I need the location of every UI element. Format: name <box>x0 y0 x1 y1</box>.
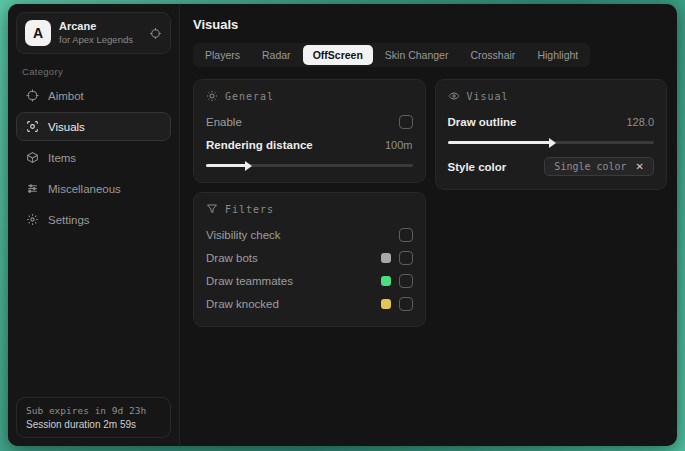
draw-teammates-checkbox[interactable] <box>399 274 413 288</box>
style-color-select[interactable]: Single color ✕ <box>544 157 654 176</box>
package-icon <box>26 151 39 164</box>
sidebar-item-label: Settings <box>48 214 90 226</box>
slider-thumb[interactable] <box>549 138 556 148</box>
sub-expiry-text: Sub expires in 9d 23h <box>26 405 161 416</box>
clear-icon[interactable]: ✕ <box>636 162 644 172</box>
sidebar-item-label: Items <box>48 152 76 164</box>
draw-knocked-checkbox[interactable] <box>399 297 413 311</box>
visibility-check-checkbox[interactable] <box>399 228 413 242</box>
app-subtitle: for Apex Legends <box>59 34 141 46</box>
sidebar-item-aimbot[interactable]: Aimbot <box>16 81 171 110</box>
sidebar-item-visuals[interactable]: Visuals <box>16 112 171 141</box>
sidebar: A Arcane for Apex Legends Category Aimbo… <box>8 4 180 446</box>
eye-icon <box>448 90 460 102</box>
app-logo: A <box>25 20 51 46</box>
sidebar-nav: Aimbot Visuals Items <box>16 81 171 234</box>
main-content: Visuals Players Radar OffScreen Skin Cha… <box>180 4 677 446</box>
general-panel: General Enable Rendering distance 100m <box>193 79 426 183</box>
sidebar-item-label: Aimbot <box>48 90 84 102</box>
visual-panel: Visual Draw outline 128.0 Style color <box>435 79 668 190</box>
sliders-icon <box>26 182 39 195</box>
rendering-distance-label: Rendering distance <box>206 139 313 151</box>
draw-knocked-color-swatch[interactable] <box>381 299 391 309</box>
draw-teammates-color-swatch[interactable] <box>381 276 391 286</box>
funnel-icon <box>206 203 218 215</box>
app-header-card: A Arcane for Apex Legends <box>16 12 171 54</box>
rendering-distance-value: 100m <box>385 139 413 151</box>
rendering-distance-slider[interactable] <box>206 160 413 170</box>
panel-title: General <box>225 91 274 102</box>
slider-thumb[interactable] <box>245 161 252 171</box>
draw-teammates-label: Draw teammates <box>206 275 293 287</box>
category-label: Category <box>22 66 165 77</box>
enable-checkbox[interactable] <box>399 115 413 129</box>
sidebar-item-label: Miscellaneous <box>48 183 121 195</box>
panel-title: Filters <box>225 204 274 215</box>
sidebar-item-items[interactable]: Items <box>16 143 171 172</box>
draw-bots-checkbox[interactable] <box>399 251 413 265</box>
subscription-info-card: Sub expires in 9d 23h Session duration 2… <box>16 397 171 438</box>
draw-outline-value: 128.0 <box>626 116 654 128</box>
style-color-label: Style color <box>448 161 507 173</box>
draw-bots-color-swatch[interactable] <box>381 253 391 263</box>
scan-eye-icon <box>26 120 39 133</box>
gear-icon <box>26 213 39 226</box>
tab-skin-changer[interactable]: Skin Changer <box>375 45 459 65</box>
sidebar-item-miscellaneous[interactable]: Miscellaneous <box>16 174 171 203</box>
draw-knocked-label: Draw knocked <box>206 298 279 310</box>
tab-radar[interactable]: Radar <box>252 45 301 65</box>
draw-bots-label: Draw bots <box>206 252 258 264</box>
draw-outline-label: Draw outline <box>448 116 517 128</box>
tab-highlight[interactable]: Highlight <box>527 45 588 65</box>
sidebar-item-label: Visuals <box>48 121 85 133</box>
visuals-tabbar: Players Radar OffScreen Skin Changer Cro… <box>193 43 590 67</box>
app-name: Arcane <box>59 20 141 34</box>
filters-panel: Filters Visibility check Draw bots <box>193 192 426 327</box>
session-duration-text: Session duration 2m 59s <box>26 419 161 430</box>
tab-players[interactable]: Players <box>195 45 250 65</box>
draw-outline-slider[interactable] <box>448 137 655 147</box>
app-window: A Arcane for Apex Legends Category Aimbo… <box>8 4 677 446</box>
crosshair-target-icon[interactable] <box>149 27 162 40</box>
sidebar-item-settings[interactable]: Settings <box>16 205 171 234</box>
crosshair-icon <box>26 89 39 102</box>
sun-gear-icon <box>206 90 218 102</box>
style-color-value: Single color <box>554 161 626 172</box>
enable-label: Enable <box>206 116 242 128</box>
tab-crosshair[interactable]: Crosshair <box>460 45 525 65</box>
tab-offscreen[interactable]: OffScreen <box>303 45 373 65</box>
panel-title: Visual <box>467 91 509 102</box>
visibility-check-label: Visibility check <box>206 229 281 241</box>
page-title: Visuals <box>193 17 667 32</box>
